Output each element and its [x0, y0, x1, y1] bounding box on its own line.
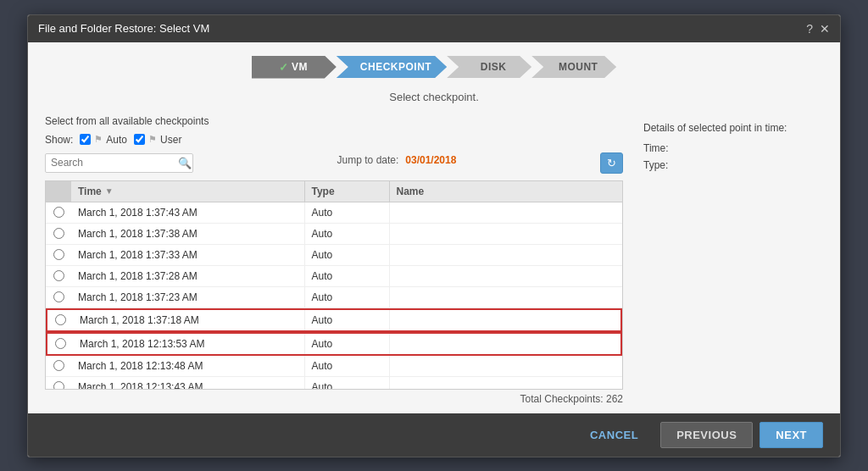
flag-icon-user: ⚑	[148, 134, 157, 145]
dialog-body: ✓ VM CHECKPOINT DISK MOUNT Select checkp…	[28, 42, 840, 413]
row-name	[390, 230, 623, 238]
row-type: Auto	[305, 202, 390, 223]
wizard-steps: ✓ VM CHECKPOINT DISK MOUNT	[45, 56, 823, 79]
step-vm[interactable]: ✓ VM	[252, 56, 337, 79]
details-type-label: Type:	[643, 159, 668, 171]
row-type: Auto	[305, 334, 390, 354]
sort-arrow-icon: ▼	[105, 186, 114, 196]
details-time-label: Time:	[643, 142, 669, 154]
show-row: Show: ⚑ Auto ⚑ User	[45, 134, 623, 146]
details-type-row: Type:	[643, 159, 816, 171]
search-input[interactable]	[51, 157, 178, 169]
auto-checkbox[interactable]	[80, 134, 91, 145]
row-radio[interactable]	[53, 228, 64, 239]
table-row[interactable]: March 1, 2018 1:37:43 AM Auto	[46, 202, 622, 224]
row-name	[390, 272, 623, 280]
content-subtitle: Select checkpoint.	[45, 91, 823, 103]
table-row[interactable]: March 1, 2018 12:13:53 AM Auto	[46, 332, 622, 356]
vm-check-icon: ✓	[279, 61, 289, 74]
row-radio-col[interactable]	[47, 311, 73, 329]
row-radio[interactable]	[53, 381, 64, 389]
step-mount-label: MOUNT	[559, 61, 598, 73]
search-icon: 🔍	[178, 157, 192, 169]
close-icon[interactable]: ✕	[820, 22, 830, 36]
time-header-label: Time	[78, 186, 102, 197]
step-vm-label: VM	[292, 61, 308, 73]
row-name	[390, 340, 621, 348]
row-time: March 1, 2018 1:37:43 AM	[71, 202, 305, 223]
table-row[interactable]: March 1, 2018 1:37:18 AM Auto	[46, 308, 622, 332]
titlebar-icons: ? ✕	[806, 22, 830, 36]
row-name	[390, 316, 621, 324]
row-time: March 1, 2018 1:37:33 AM	[71, 245, 305, 265]
details-time-row: Time:	[643, 142, 816, 154]
row-type: Auto	[305, 224, 390, 244]
left-panel: Select from all available checkpoints Sh…	[45, 115, 623, 405]
header-name: Name	[390, 181, 623, 202]
refresh-button[interactable]: ↻	[600, 152, 623, 174]
table-row[interactable]: March 1, 2018 1:37:38 AM Auto	[46, 224, 622, 245]
details-title: Details of selected point in time:	[643, 122, 816, 134]
help-icon[interactable]: ?	[806, 22, 813, 36]
row-radio-col[interactable]	[46, 267, 71, 285]
step-disk[interactable]: DISK	[447, 56, 531, 78]
user-checkbox-label[interactable]: ⚑ User	[134, 134, 181, 146]
previous-button[interactable]: PREVIOUS	[660, 422, 753, 448]
dialog: File and Folder Restore: Select VM ? ✕ ✓…	[27, 14, 841, 457]
row-type: Auto	[305, 310, 390, 330]
refresh-icon: ↻	[607, 157, 616, 169]
table-row[interactable]: March 1, 2018 12:13:48 AM Auto	[46, 356, 622, 377]
user-checkbox[interactable]	[134, 134, 145, 145]
row-radio[interactable]	[53, 249, 64, 260]
row-type: Auto	[305, 377, 390, 389]
row-name	[390, 251, 623, 259]
row-time: March 1, 2018 12:13:53 AM	[73, 334, 305, 354]
row-name	[390, 383, 623, 389]
row-radio[interactable]	[55, 338, 66, 349]
row-radio[interactable]	[55, 314, 66, 325]
row-type: Auto	[305, 266, 390, 286]
row-radio-col[interactable]	[47, 335, 73, 352]
row-time: March 1, 2018 1:37:28 AM	[71, 266, 305, 286]
header-time[interactable]: Time ▼	[71, 181, 305, 202]
row-radio[interactable]	[53, 270, 64, 281]
section-label: Select from all available checkpoints	[45, 115, 623, 127]
step-mount[interactable]: MOUNT	[531, 56, 616, 78]
jump-to-date-value[interactable]: 03/01/2018	[405, 154, 456, 166]
row-time: March 1, 2018 1:37:23 AM	[71, 287, 305, 308]
row-radio-col[interactable]	[46, 357, 71, 374]
row-radio-col[interactable]	[46, 203, 71, 221]
row-radio[interactable]	[53, 360, 64, 371]
row-radio[interactable]	[53, 291, 64, 302]
table-row[interactable]: March 1, 2018 1:37:33 AM Auto	[46, 245, 622, 266]
row-radio-col[interactable]	[46, 378, 71, 389]
type-header-label: Type	[312, 186, 335, 197]
row-type: Auto	[305, 245, 390, 265]
step-checkpoint[interactable]: CHECKPOINT	[337, 56, 447, 78]
row-type: Auto	[305, 287, 390, 308]
dialog-titlebar: File and Folder Restore: Select VM ? ✕	[28, 15, 840, 42]
row-radio-col[interactable]	[46, 246, 71, 263]
show-label: Show:	[45, 134, 73, 146]
table-row[interactable]: March 1, 2018 1:37:28 AM Auto	[46, 266, 622, 287]
row-time: March 1, 2018 1:37:18 AM	[73, 310, 305, 330]
row-name	[390, 293, 623, 302]
table-scroll[interactable]: March 1, 2018 1:37:43 AM Auto March 1, 2…	[46, 202, 622, 389]
step-checkpoint-label: CHECKPOINT	[360, 61, 431, 73]
row-time: March 1, 2018 12:13:48 AM	[71, 356, 305, 376]
row-name	[390, 362, 623, 370]
table-row[interactable]: March 1, 2018 12:13:43 AM Auto	[46, 377, 622, 389]
row-radio-col[interactable]	[46, 224, 71, 242]
row-radio-col[interactable]	[46, 288, 71, 306]
auto-checkbox-label[interactable]: ⚑ Auto	[80, 134, 127, 146]
flag-icon: ⚑	[94, 134, 103, 145]
cancel-button[interactable]: CANCEL	[575, 423, 654, 447]
table-header: Time ▼ Type Name	[46, 181, 622, 202]
row-name	[390, 208, 623, 217]
row-time: March 1, 2018 12:13:43 AM	[71, 377, 305, 389]
right-panel: Details of selected point in time: Time:…	[637, 115, 823, 405]
row-radio[interactable]	[53, 207, 64, 218]
total-checkpoints: Total Checkpoints: 262	[45, 393, 623, 405]
next-button[interactable]: NEXT	[760, 422, 823, 448]
table-row[interactable]: March 1, 2018 1:37:23 AM Auto	[46, 287, 622, 308]
